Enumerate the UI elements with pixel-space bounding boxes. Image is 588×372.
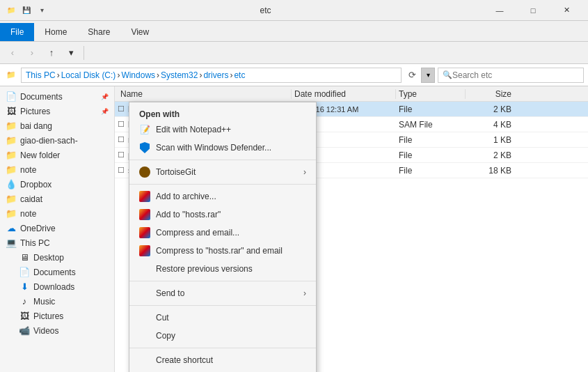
ctx-edit-notepad[interactable]: 📝 Edit with Notepad++ bbox=[129, 121, 316, 139]
ctx-send-to[interactable]: Send to › bbox=[129, 284, 316, 302]
file-icon-protocol: ☐ bbox=[118, 150, 125, 160]
download-icon: ⬇ bbox=[19, 281, 30, 292]
close-button[interactable]: ✕ bbox=[550, 0, 582, 21]
sidebar-item-newfolder[interactable]: 📁 New folder bbox=[0, 148, 114, 162]
onedrive-icon: ☁ bbox=[6, 223, 17, 233]
computer-icon: 💻 bbox=[6, 238, 17, 248]
refresh-button[interactable]: ⟳ bbox=[404, 68, 420, 83]
title-bar-save-icon: 💾 bbox=[21, 5, 32, 16]
folder-icon-2: 📁 bbox=[6, 135, 17, 146]
sidebar-item-videos[interactable]: 📹 Videos bbox=[0, 323, 114, 338]
restore-icon bbox=[139, 263, 150, 274]
ctx-section-archive: Add to archive... Add to "hosts.rar" Com… bbox=[129, 185, 316, 281]
ctx-restore-previous[interactable]: Restore previous versions bbox=[129, 260, 316, 278]
forward-button[interactable]: › bbox=[24, 45, 40, 61]
back-button[interactable]: ‹ bbox=[4, 45, 21, 61]
sidebar-item-documents-pinned[interactable]: 📄 Documents 📌 bbox=[0, 89, 114, 104]
sendto-arrow: › bbox=[303, 288, 306, 298]
title-bar-controls: — □ ✕ bbox=[484, 0, 582, 21]
col-header-date[interactable]: Date modified bbox=[292, 89, 396, 99]
toolbar-separator bbox=[84, 46, 84, 60]
sidebar-item-onedrive[interactable]: ☁ OneDrive bbox=[0, 221, 114, 235]
file-list: Name Date modified Type Size ☐ hosts 9/8… bbox=[115, 86, 588, 372]
notepad-icon: 📝 bbox=[139, 124, 150, 135]
ctx-cut[interactable]: Cut bbox=[129, 309, 316, 327]
tab-share[interactable]: Share bbox=[77, 23, 120, 41]
cut-icon bbox=[139, 312, 150, 323]
col-header-size[interactable]: Size bbox=[466, 89, 514, 99]
sidebar-item-baidang[interactable]: 📁 bai dang bbox=[0, 118, 114, 133]
title-bar-file-icon: 📁 bbox=[6, 5, 17, 16]
shortcut-icon bbox=[139, 355, 150, 366]
sidebar-item-pictures-pinned[interactable]: 🖼 Pictures 📌 bbox=[0, 104, 114, 118]
path-system32[interactable]: System32 bbox=[161, 70, 198, 80]
file-icon-networks: ☐ bbox=[118, 135, 125, 144]
ctx-compress-email[interactable]: Compress and email... bbox=[129, 224, 316, 242]
sidebar-item-note-pinned[interactable]: 📁 note bbox=[0, 162, 114, 177]
up-button[interactable]: ↑ bbox=[43, 45, 60, 61]
path-local-disk[interactable]: Local Disk (C:) bbox=[61, 70, 116, 80]
ctx-copy[interactable]: Copy bbox=[129, 327, 316, 345]
maximize-button[interactable]: □ bbox=[517, 0, 549, 21]
sidebar-item-music[interactable]: ♪ Music bbox=[0, 294, 114, 309]
ctx-delete[interactable]: Delete bbox=[129, 369, 316, 372]
recent-button[interactable]: ▾ bbox=[63, 45, 79, 61]
folder-icon-6: 📁 bbox=[6, 208, 17, 219]
title-bar-dropdown-icon[interactable]: ▾ bbox=[36, 5, 47, 16]
tab-view[interactable]: View bbox=[120, 23, 159, 41]
sidebar-item-caidat[interactable]: 📁 caidat bbox=[0, 192, 114, 206]
title-bar-title: etc bbox=[47, 6, 484, 15]
pic-icon: 🖼 bbox=[19, 311, 30, 321]
file-icon-hosts: ☐ bbox=[118, 104, 125, 114]
col-header-type[interactable]: Type bbox=[396, 89, 466, 99]
music-icon: ♪ bbox=[19, 296, 30, 307]
file-icon-services: ☐ bbox=[118, 166, 125, 175]
sidebar-item-giaodien[interactable]: 📁 giao-dien-sach- bbox=[0, 133, 114, 148]
sidebar-item-downloads[interactable]: ⬇ Downloads bbox=[0, 279, 114, 294]
address-path[interactable]: This PC › Local Disk (C:) › Windows › Sy… bbox=[21, 68, 402, 83]
col-header-name[interactable]: Name bbox=[118, 89, 292, 99]
sidebar-item-thispc[interactable]: 💻 This PC bbox=[0, 235, 114, 250]
path-etc[interactable]: etc bbox=[234, 70, 245, 80]
tab-file[interactable]: File bbox=[0, 23, 34, 41]
context-menu: Open with 📝 Edit with Notepad++ Scan wit… bbox=[129, 102, 317, 372]
path-this-pc[interactable]: This PC bbox=[26, 70, 56, 80]
desktop-icon: 🖥 bbox=[19, 252, 30, 263]
search-input[interactable] bbox=[452, 70, 579, 80]
ctx-section-sendto: Send to › bbox=[129, 281, 316, 306]
path-drivers[interactable]: drivers bbox=[203, 70, 228, 80]
ctx-tortoiseGit[interactable]: TortoiseGit › bbox=[129, 163, 316, 181]
ctx-scan-defender[interactable]: Scan with Windows Defender... bbox=[129, 139, 316, 157]
sidebar-item-note2[interactable]: 📁 note bbox=[0, 206, 114, 221]
minimize-button[interactable]: — bbox=[484, 0, 516, 21]
ctx-section-tortoise: TortoiseGit › bbox=[129, 160, 316, 185]
sendto-icon bbox=[139, 288, 150, 299]
search-box[interactable]: 🔍 bbox=[438, 68, 584, 83]
ctx-open-with-header: Open with bbox=[129, 105, 316, 121]
sidebar-item-pictures[interactable]: 🖼 Pictures bbox=[0, 309, 114, 323]
sidebar-item-desktop[interactable]: 🖥 Desktop bbox=[0, 250, 114, 265]
search-icon: 🔍 bbox=[443, 70, 452, 79]
ctx-section-clipboard: Cut Copy bbox=[129, 306, 316, 348]
file-list-header: Name Date modified Type Size bbox=[115, 86, 588, 102]
sidebar-item-documents[interactable]: 📄 Documents bbox=[0, 265, 114, 279]
tortoisegit-icon bbox=[139, 166, 150, 178]
path-dropdown-button[interactable]: ▾ bbox=[421, 68, 435, 83]
ctx-add-archive[interactable]: Add to archive... bbox=[129, 187, 316, 206]
ribbon-tabs: File Home Share View bbox=[0, 21, 588, 42]
path-windows[interactable]: Windows bbox=[121, 70, 155, 80]
ctx-add-hosts-rar[interactable]: Add to "hosts.rar" bbox=[129, 206, 316, 224]
ctx-create-shortcut[interactable]: Create shortcut bbox=[129, 351, 316, 369]
ctx-compress-hosts-email[interactable]: Compress to "hosts.rar" and email bbox=[129, 242, 316, 260]
archive-icon-2 bbox=[139, 209, 150, 220]
title-bar: 📁 💾 ▾ etc — □ ✕ bbox=[0, 0, 588, 21]
folder-icon-5: 📁 bbox=[6, 194, 17, 204]
ctx-section-manage: Create shortcut Delete Rename bbox=[129, 348, 316, 372]
doc-icon: 📄 bbox=[19, 267, 30, 277]
main-content: 📄 Documents 📌 🖼 Pictures 📌 📁 bai dang 📁 … bbox=[0, 86, 588, 372]
sidebar-item-dropbox[interactable]: 💧 Dropbox bbox=[0, 177, 114, 192]
dropbox-icon: 💧 bbox=[6, 179, 17, 189]
archive-icon-3 bbox=[139, 227, 150, 238]
address-bar: 📁 This PC › Local Disk (C:) › Windows › … bbox=[0, 64, 588, 86]
tab-home[interactable]: Home bbox=[34, 23, 77, 41]
